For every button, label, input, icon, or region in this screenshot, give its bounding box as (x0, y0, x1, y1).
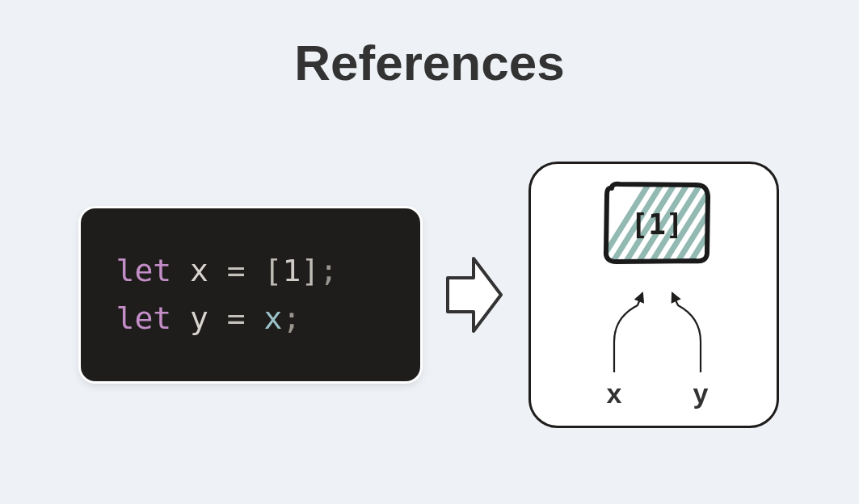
arrow-icon (443, 250, 506, 339)
var-y-label: y (693, 378, 708, 409)
code-semi: ; (319, 253, 338, 288)
code-semi: ; (282, 300, 301, 336)
slide: References let x = [1]; let y = x; (0, 0, 859, 504)
code-block: let x = [1]; let y = x; (81, 208, 420, 381)
code-var-name: x (190, 253, 208, 288)
code-number: 1 (282, 253, 301, 288)
code-line-1: let x = [1]; (116, 247, 385, 295)
code-reference: x (264, 300, 283, 336)
var-x-label: x (606, 378, 621, 409)
code-open-bracket: [ (264, 253, 283, 288)
memory-value: [1] (630, 208, 683, 241)
code-line-2: let y = x; (116, 295, 385, 342)
code-var-name: y (190, 300, 208, 336)
reference-diagram: [1] x y (528, 162, 779, 428)
slide-content: let x = [1]; let y = x; (0, 162, 859, 428)
slide-title: References (0, 0, 859, 91)
code-keyword: let (116, 253, 172, 288)
code-eq: = (227, 253, 246, 288)
code-close-bracket: ] (301, 253, 319, 288)
code-keyword: let (116, 300, 172, 336)
code-eq: = (227, 300, 246, 336)
